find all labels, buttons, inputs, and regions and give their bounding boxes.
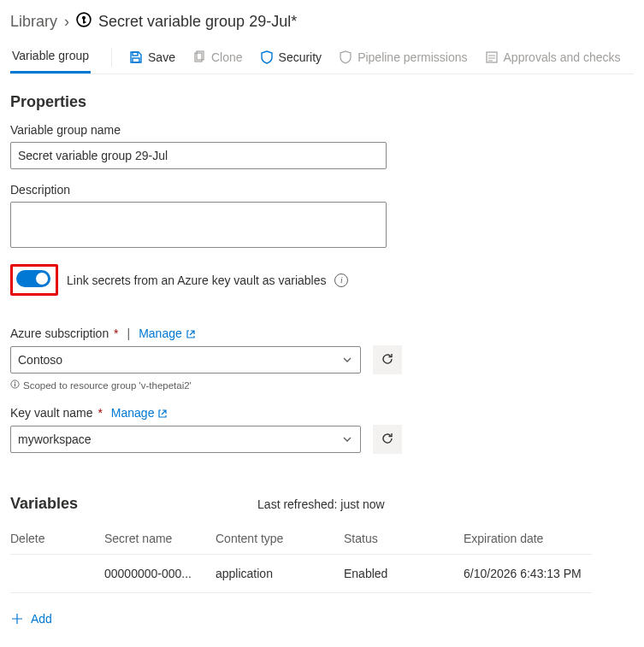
svg-rect-4 [133, 52, 138, 56]
external-link-icon [186, 328, 196, 338]
info-icon[interactable]: i [334, 274, 348, 287]
link-secrets-highlight [10, 264, 58, 296]
description-input[interactable] [10, 202, 387, 248]
keyvault-label: Key vault name * [10, 406, 103, 420]
svg-point-10 [15, 381, 15, 382]
table-row[interactable]: 00000000-000... application Enabled 6/10… [10, 555, 592, 593]
svg-rect-11 [15, 384, 15, 387]
approvals-button[interactable]: Approvals and checks [476, 40, 629, 74]
subscription-refresh-button[interactable] [373, 345, 402, 374]
approvals-icon [485, 50, 499, 64]
subscription-select[interactable]: Contoso [10, 346, 361, 373]
column-secret-name: Secret name [104, 532, 216, 555]
refresh-icon [381, 352, 394, 368]
add-button[interactable]: Add [10, 612, 634, 626]
shield-icon [260, 50, 274, 64]
breadcrumb-library[interactable]: Library [10, 13, 57, 31]
cell-expiration: 6/10/2026 6:43:13 PM [464, 555, 592, 593]
chevron-down-icon [341, 354, 353, 366]
chevron-down-icon [341, 433, 353, 445]
svg-rect-3 [83, 21, 86, 23]
variables-table: Delete Secret name Content type Status E… [10, 532, 592, 593]
cell-secret-name: 00000000-000... [104, 555, 216, 593]
page-title: Secret variable group 29-Jul* [98, 13, 297, 31]
breadcrumb: Library › Secret variable group 29-Jul* [10, 9, 634, 40]
pipeline-permissions-button[interactable]: Pipeline permissions [330, 40, 476, 74]
separator: | [127, 326, 131, 340]
save-button[interactable]: Save [121, 40, 184, 74]
info-small-icon [10, 379, 20, 391]
description-label: Description [10, 183, 634, 197]
column-expiration: Expiration date [464, 532, 592, 555]
link-secrets-toggle[interactable] [16, 270, 50, 287]
link-secrets-label: Link secrets from an Azure key vault as … [67, 274, 326, 287]
last-refreshed-text: Last refreshed: just now [257, 497, 385, 511]
svg-rect-5 [133, 58, 139, 62]
refresh-icon [381, 432, 394, 448]
column-delete: Delete [10, 532, 104, 555]
keyvault-select[interactable]: myworkspace [10, 426, 361, 453]
chevron-right-icon: › [64, 13, 69, 31]
variable-group-name-input[interactable] [10, 142, 387, 169]
name-label: Variable group name [10, 123, 634, 137]
clone-icon [192, 50, 206, 64]
properties-heading: Properties [10, 93, 634, 111]
cell-status: Enabled [344, 555, 464, 593]
security-button[interactable]: Security [251, 40, 331, 74]
separator [111, 48, 112, 67]
subscription-manage-link[interactable]: Manage [139, 326, 196, 340]
keyvault-refresh-button[interactable] [373, 425, 402, 454]
external-link-icon [157, 408, 168, 418]
plus-icon [10, 612, 24, 626]
clone-button[interactable]: Clone [184, 40, 251, 74]
cell-content-type: application [216, 555, 344, 593]
subscription-hint: Scoped to resource group 'v-thepetai2' [10, 379, 634, 391]
cell-delete[interactable] [10, 555, 104, 593]
keyvault-icon [76, 12, 92, 32]
shield-outline-icon [339, 50, 352, 64]
column-status: Status [344, 532, 464, 555]
variables-heading: Variables [10, 495, 78, 513]
keyvault-manage-link[interactable]: Manage [111, 406, 168, 420]
tab-bar: Variable group Save Clone Security Pipel… [10, 40, 634, 74]
save-icon [129, 50, 143, 64]
column-content-type: Content type [216, 532, 344, 555]
subscription-label: Azure subscription * [10, 326, 119, 340]
tab-variable-group[interactable]: Variable group [10, 40, 91, 74]
